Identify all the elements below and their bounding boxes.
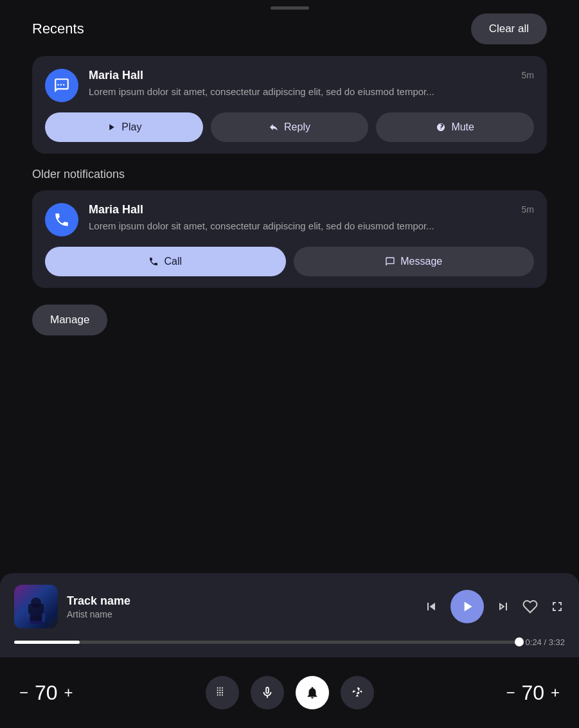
right-vol-plus-button[interactable]: + xyxy=(551,684,560,702)
reply-button[interactable]: Reply xyxy=(211,112,369,142)
fan-button[interactable] xyxy=(341,676,374,709)
notif-sender-name: Maria Hall xyxy=(89,69,506,82)
right-volume-display: 70 xyxy=(521,681,544,705)
expand-button[interactable] xyxy=(549,599,565,614)
svg-rect-4 xyxy=(27,613,30,622)
artist-name: Artist name xyxy=(67,609,414,619)
progress-bar[interactable] xyxy=(14,641,519,644)
album-art xyxy=(14,585,58,628)
right-volume-control: − 70 + xyxy=(506,681,560,705)
notifications-button[interactable] xyxy=(296,676,329,709)
call-button[interactable]: Call xyxy=(45,247,286,276)
left-vol-plus-button[interactable]: + xyxy=(64,684,73,702)
left-volume-control: − 70 + xyxy=(19,681,73,705)
phone-app-icon xyxy=(45,203,78,236)
older-notif-sender-name: Maria Hall xyxy=(89,203,506,217)
bottom-bar: − 70 + − 70 + xyxy=(0,657,579,728)
time-display: 0:24 / 3:32 xyxy=(526,637,565,647)
notif-time: 5m xyxy=(522,69,534,80)
left-volume-display: 70 xyxy=(35,681,58,705)
clear-all-button[interactable]: Clear all xyxy=(471,13,547,44)
older-notifications-heading: Older notifications xyxy=(32,168,547,181)
prev-track-button[interactable] xyxy=(423,599,439,614)
track-name: Track name xyxy=(67,594,414,608)
svg-rect-5 xyxy=(42,613,45,622)
recents-heading: Recents xyxy=(32,21,84,37)
right-vol-minus-button[interactable]: − xyxy=(506,684,515,702)
music-player: Track name Artist name xyxy=(0,573,579,657)
play-button[interactable]: Play xyxy=(45,112,203,142)
mute-button[interactable]: Mute xyxy=(376,112,534,142)
drag-handle xyxy=(271,6,309,10)
older-notif-time: 5m xyxy=(522,203,534,215)
recent-notification-card: Maria Hall Lorem ipsum dolor sit amet, c… xyxy=(32,56,547,154)
dialpad-button[interactable] xyxy=(206,676,239,709)
message-app-icon xyxy=(45,69,78,102)
message-button[interactable]: Message xyxy=(294,247,535,276)
play-pause-button[interactable] xyxy=(450,590,484,623)
svg-point-3 xyxy=(31,598,41,608)
microphone-button[interactable] xyxy=(251,676,284,709)
left-vol-minus-button[interactable]: − xyxy=(19,684,28,702)
older-notification-card: Maria Hall Lorem ipsum dolor sit amet, c… xyxy=(32,190,547,288)
favorite-button[interactable] xyxy=(522,599,538,614)
notif-message-text: Lorem ipsum dolor sit amet, consectetur … xyxy=(89,85,506,98)
next-track-button[interactable] xyxy=(495,599,511,614)
older-notif-message-text: Lorem ipsum dolor sit amet, consectetur … xyxy=(89,219,506,233)
manage-button[interactable]: Manage xyxy=(32,305,107,335)
